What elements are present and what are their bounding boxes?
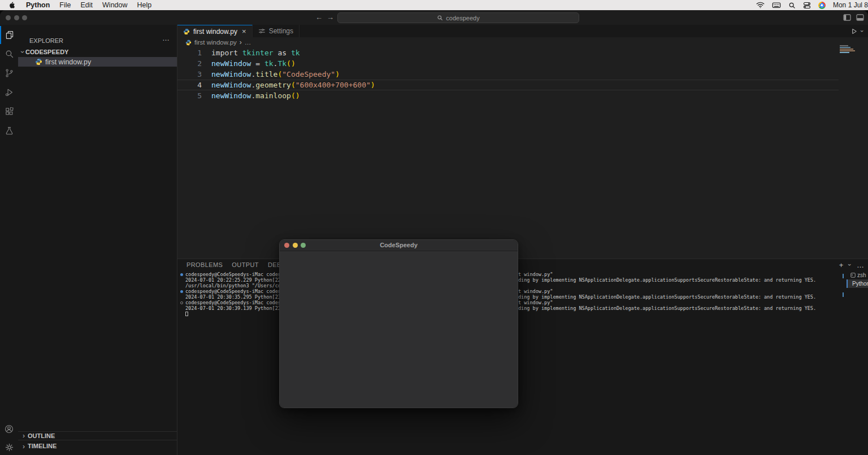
forward-button[interactable]: → <box>327 13 334 21</box>
activity-run-debug[interactable] <box>0 83 18 101</box>
terminal-text: ding by implementing NSApplicationDelega… <box>518 294 816 300</box>
timeline-label: TIMELINE <box>28 443 57 449</box>
beaker-icon <box>5 126 14 135</box>
breadcrumb-file[interactable]: first window.py <box>194 39 237 46</box>
tab-label: Settings <box>269 27 293 35</box>
terminal-dropdown-icon[interactable]: › <box>847 264 853 266</box>
panel-tab-problems[interactable]: PROBLEMS <box>186 261 223 268</box>
code-line-2[interactable]: 2newWindow = tk.Tk() <box>177 58 839 69</box>
menu-file[interactable]: File <box>59 1 71 9</box>
terminal-text: codespeedy@CodeSpeedys-iMac codesp <box>185 288 284 294</box>
code-text: newWindow = tk.Tk() <box>211 59 296 68</box>
browser-icon[interactable] <box>818 2 826 9</box>
terminal-text: ding by implementing NSApplicationDelega… <box>518 305 816 311</box>
window-controls <box>6 15 27 20</box>
activity-accounts[interactable] <box>0 420 18 438</box>
terminal-text: codespeedy@CodeSpeedys-iMac codesp <box>185 300 284 305</box>
terminal-text: 2024-07-01 20:30:39.139 Python[232 <box>185 305 284 311</box>
code-lines[interactable]: 1import tkinter as tk2newWindow = tk.Tk(… <box>177 47 839 101</box>
run-icon[interactable] <box>850 28 858 35</box>
terminal-text: 2024-07-01 20:22:25.229 Python[228 <box>185 277 284 283</box>
zoom-button[interactable] <box>301 243 306 248</box>
toggle-sidebar-icon[interactable] <box>843 14 851 21</box>
code-line-4[interactable]: 4newWindow.geometry("600x400+700+600") <box>177 80 839 90</box>
section-outline[interactable]: › OUTLINE <box>18 431 177 440</box>
folder-row-codespeedy[interactable]: › CODESPEEDY <box>21 48 68 56</box>
activity-settings[interactable] <box>0 438 18 455</box>
extensions-icon <box>5 107 14 116</box>
new-terminal-icon[interactable]: + <box>839 261 844 269</box>
apple-icon <box>8 1 15 9</box>
tab-bar: first window.py × Settings <box>177 25 868 37</box>
tab-first-window[interactable]: first window.py × <box>177 25 253 37</box>
folder-label: CODESPEEDY <box>25 49 68 55</box>
line-number: 1 <box>177 49 202 57</box>
command-decoration[interactable] <box>180 273 183 276</box>
menu-window[interactable]: Window <box>102 1 127 9</box>
close-button[interactable] <box>284 243 289 248</box>
menu-python[interactable]: Python <box>26 1 50 9</box>
minimap[interactable] <box>840 45 860 54</box>
files-icon <box>5 30 15 40</box>
activity-extensions[interactable] <box>0 102 18 120</box>
activity-search[interactable] <box>0 45 18 63</box>
search-icon <box>437 15 443 21</box>
back-button[interactable]: ← <box>315 13 323 21</box>
python-icon <box>183 28 190 35</box>
terminal-item-zsh[interactable]: zsh <box>847 271 868 279</box>
chevron-right-icon: › <box>23 432 25 440</box>
customize-layout-icon[interactable] <box>856 14 864 21</box>
activity-explorer[interactable] <box>0 26 18 44</box>
terminal-cursor <box>185 312 188 316</box>
spotlight-icon[interactable] <box>788 2 796 9</box>
file-row-first-window[interactable]: first window.py <box>18 57 177 67</box>
tab-settings[interactable]: Settings <box>253 25 300 37</box>
terminal-item-python[interactable]: Python <box>847 279 868 288</box>
activity-testing[interactable] <box>0 121 18 139</box>
close-icon[interactable]: × <box>242 27 246 36</box>
code-line-1[interactable]: 1import tkinter as tk <box>177 47 839 58</box>
section-timeline[interactable]: › TIMELINE <box>18 440 177 455</box>
breadcrumb-symbol[interactable]: … <box>245 39 251 46</box>
activity-bar <box>0 25 18 455</box>
minimize-button[interactable] <box>293 243 298 248</box>
tkinter-window-body <box>280 251 518 408</box>
python-icon <box>185 40 192 46</box>
chevron-right-icon: › <box>23 443 25 450</box>
tkinter-window-title: CodeSpeedy <box>280 240 518 251</box>
panel-tab-output[interactable]: OUTPUT <box>232 261 259 268</box>
line-number: 4 <box>177 81 202 89</box>
explorer-more-actions[interactable]: … <box>162 34 170 42</box>
panel-more-icon[interactable]: … <box>857 261 865 269</box>
tkinter-titlebar[interactable]: CodeSpeedy <box>280 240 518 251</box>
command-decoration[interactable] <box>180 290 183 293</box>
apple-menu[interactable] <box>8 1 15 9</box>
wifi-icon[interactable] <box>756 2 765 8</box>
vscode-titlebar: ← → codespeedy <box>0 10 868 25</box>
command-decoration[interactable] <box>180 301 183 304</box>
menubar-clock[interactable]: Mon 1 Jul 8 <box>833 1 868 9</box>
code-line-3[interactable]: 3newWindow.title("CodeSpeedy") <box>177 69 839 80</box>
screen: Python File Edit Window Help Mon 1 Jul 8… <box>0 0 868 455</box>
editor-actions: › <box>850 25 863 37</box>
control-center-icon[interactable] <box>803 2 811 9</box>
editor-group: first window.py × Settings › first windo… <box>177 25 868 269</box>
terminal-tabs-list: zsh Python <box>847 271 868 288</box>
command-center-search[interactable]: codespeedy <box>337 12 579 23</box>
terminal-label: Python <box>852 281 868 287</box>
sidebar-title: EXPLORER <box>29 37 63 44</box>
menu-edit[interactable]: Edit <box>81 1 93 9</box>
keyboard-icon[interactable] <box>772 2 781 8</box>
activity-source-control[interactable] <box>0 64 18 82</box>
code-text: newWindow.geometry("600x400+700+600") <box>211 81 375 89</box>
python-icon <box>35 58 42 65</box>
zoom-button[interactable] <box>22 15 27 20</box>
minimize-button[interactable] <box>14 15 19 20</box>
code-line-5[interactable]: 5newWindow.mainloop() <box>177 90 839 101</box>
line-number: 5 <box>177 91 202 100</box>
close-button[interactable] <box>6 15 11 20</box>
gear-icon <box>5 443 14 452</box>
source-control-icon <box>5 68 14 78</box>
menu-help[interactable]: Help <box>137 1 152 9</box>
run-dropdown-icon[interactable]: › <box>859 30 866 32</box>
